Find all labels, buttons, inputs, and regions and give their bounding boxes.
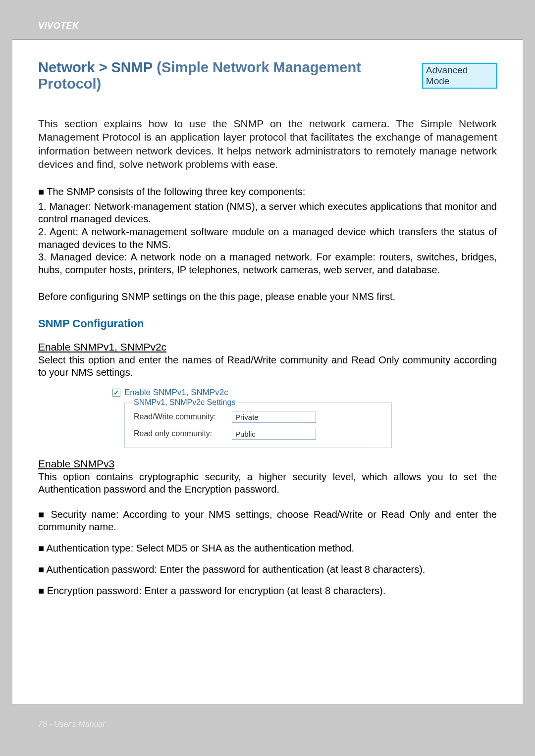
v3-bullet-auth-type: ■ Authentication type: Select MD5 or SHA… (38, 542, 497, 554)
v1v2c-desc: Select this option and enter the names o… (38, 354, 497, 379)
v3-heading: Enable SNMPv3 (38, 458, 497, 470)
ro-community-row: Read only community: (134, 428, 382, 440)
content-area: Network > SNMP (Simple Network Managemen… (12, 40, 523, 597)
check-icon: ✓ (113, 389, 119, 396)
component-item-3: 3. Managed device: A network node on a m… (38, 251, 497, 276)
snmp-config-title: SNMP Configuration (38, 317, 497, 330)
page: VIVOTEK Network > SNMP (Simple Network M… (12, 12, 523, 744)
components-lead: ■ The SNMP consists of the following thr… (38, 186, 497, 199)
v3-desc: This option contains cryptographic secur… (38, 471, 497, 496)
rw-community-label: Read/Write community: (134, 412, 223, 421)
rw-community-row: Read/Write community: (134, 411, 382, 423)
breadcrumb: Network > SNMP (38, 59, 153, 75)
components-block: ■ The SNMP consists of the following thr… (38, 186, 497, 276)
page-footer: 78 - User's Manual (38, 720, 105, 729)
v1v2c-heading: Enable SNMPv1, SNMPv2c (38, 341, 497, 353)
enable-snmp-checkbox[interactable]: ✓ (112, 389, 120, 397)
v3-bullets: ■ Security name: According to your NMS s… (38, 508, 497, 597)
ro-community-input[interactable] (232, 428, 316, 440)
page-title: Network > SNMP (Simple Network Managemen… (38, 59, 422, 92)
snmp-v1v2c-fieldset: SNMPv1, SNMPv2c Settings Read/Write comm… (124, 403, 392, 448)
ro-community-label: Read only community: (134, 429, 223, 438)
title-row: Network > SNMP (Simple Network Managemen… (38, 59, 497, 92)
intro-paragraph: This section explains how to use the SNM… (38, 117, 497, 171)
enable-snmp-label: Enable SNMPv1, SNMPv2c (124, 388, 228, 398)
fieldset-legend: SNMPv1, SNMPv2c Settings (131, 398, 238, 407)
rw-community-input[interactable] (232, 411, 316, 423)
v3-bullet-security-name: ■ Security name: According to your NMS s… (38, 508, 497, 533)
snmp-settings-screenshot: ✓ Enable SNMPv1, SNMPv2c SNMPv1, SNMPv2c… (112, 388, 497, 448)
component-item-2: 2. Agent: A network-management software … (38, 226, 497, 251)
header-band: VIVOTEK (12, 12, 523, 40)
brand-logo: VIVOTEK (38, 21, 79, 31)
enable-snmp-row: ✓ Enable SNMPv1, SNMPv2c (112, 388, 497, 398)
before-note: Before configuring SNMP settings on the … (38, 291, 497, 302)
footer-strip: 78 - User's Manual (12, 704, 523, 744)
v3-bullet-auth-password: ■ Authentication password: Enter the pas… (38, 563, 497, 576)
component-item-1: 1. Manager: Network-management station (… (38, 201, 497, 226)
v3-bullet-enc-password: ■ Encryption password: Enter a password … (38, 585, 497, 597)
advanced-mode-badge: Advanced Mode (422, 63, 497, 89)
